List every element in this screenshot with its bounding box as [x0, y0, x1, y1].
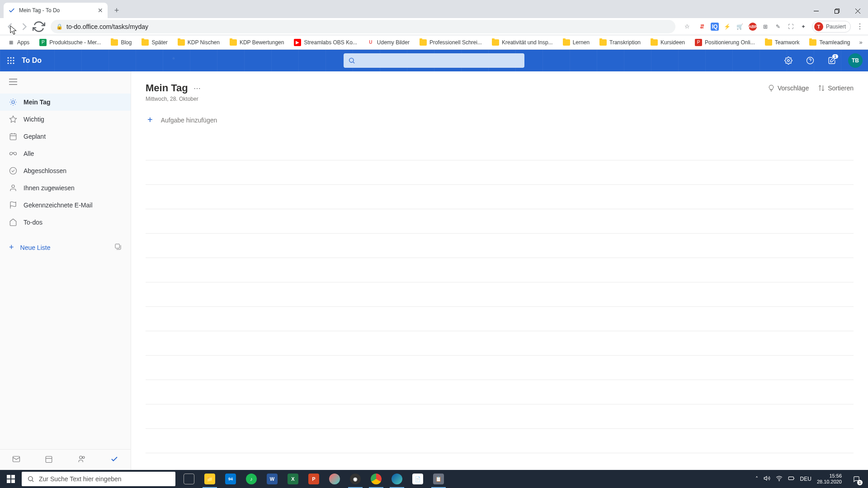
sidebar-item-important[interactable]: Wichtig	[0, 111, 131, 128]
taskbar-search[interactable]: Zur Suche Text hier eingeben	[22, 472, 175, 486]
new-tab-button[interactable]: +	[110, 4, 123, 17]
volume-icon[interactable]	[764, 475, 770, 483]
bookmark-item[interactable]: KDP Bewertungen	[226, 38, 288, 47]
address-bar[interactable]: 🔒	[51, 20, 675, 33]
taskbar-obs[interactable]: ◉	[345, 470, 365, 488]
taskbar-app[interactable]: 📋	[429, 470, 448, 488]
bookmark-item[interactable]: Teamleading	[806, 38, 854, 47]
new-group-icon[interactable]	[114, 243, 122, 252]
back-button[interactable]	[4, 20, 16, 33]
svg-point-35	[10, 168, 17, 174]
bookmark-item[interactable]: UUdemy Bilder	[363, 37, 413, 48]
site-icon: P	[39, 39, 47, 46]
chrome-menu-button[interactable]: ⋮	[855, 22, 864, 31]
suggestions-button[interactable]: Vorschläge	[768, 84, 809, 92]
sort-button[interactable]: Sortieren	[818, 84, 854, 92]
battery-icon[interactable]	[788, 475, 795, 483]
bookmarks-bar: ▦Apps PProduktsuche - Mer... Blog Später…	[0, 35, 868, 50]
bookmark-item[interactable]: Lernen	[559, 38, 593, 47]
profile-button[interactable]: TB	[848, 53, 863, 68]
taskbar-chrome[interactable]	[366, 470, 386, 488]
task-row	[146, 356, 854, 380]
sidebar-item-myday[interactable]: Mein Tag	[0, 94, 131, 111]
people-icon[interactable]	[78, 455, 86, 465]
taskbar-mail[interactable]: 94	[221, 470, 241, 488]
extensions-menu-icon[interactable]: ✦	[799, 23, 807, 31]
sidebar-item-completed[interactable]: Abgeschlossen	[0, 162, 131, 179]
notifications-button[interactable]: 1	[821, 50, 843, 71]
sidebar-item-assigned[interactable]: Ihnen zugewiesen	[0, 179, 131, 197]
taskbar-edge[interactable]	[387, 470, 407, 488]
taskbar-excel[interactable]: X	[283, 470, 303, 488]
taskbar-spotify[interactable]: ♪	[241, 470, 261, 488]
bookmark-item[interactable]: KDP Nischen	[174, 38, 223, 47]
taskbar-app[interactable]	[325, 470, 344, 488]
taskbar-word[interactable]: W	[262, 470, 282, 488]
bookmark-item[interactable]: ▶Streamlabs OBS Ko...	[290, 37, 360, 48]
home-icon	[9, 218, 17, 226]
calendar-footer-icon[interactable]	[45, 455, 53, 465]
app-search[interactable]	[344, 53, 524, 68]
more-options-button[interactable]: ⋯	[193, 84, 202, 93]
todo-footer-icon[interactable]	[110, 455, 118, 465]
task-view-button[interactable]	[179, 470, 199, 488]
star-bookmark-icon[interactable]: ☆	[681, 20, 693, 33]
extension-icon[interactable]: ⊞	[761, 23, 769, 31]
bookmark-item[interactable]: Kursideen	[647, 38, 689, 47]
taskbar-clock[interactable]: 15:56 28.10.2020	[817, 473, 842, 485]
task-row	[146, 380, 854, 404]
close-window-button[interactable]	[847, 4, 868, 18]
app-launcher-button[interactable]	[0, 50, 22, 71]
browser-tab[interactable]: Mein Tag - To Do ✕	[4, 3, 108, 18]
mail-icon[interactable]	[12, 455, 20, 465]
language-indicator[interactable]: DEU	[800, 476, 811, 482]
bookmark-item[interactable]: PPositionierung Onli...	[691, 37, 759, 48]
extension-icon[interactable]: 🛒	[736, 23, 744, 31]
bookmarks-overflow-icon[interactable]: »	[857, 39, 865, 46]
bookmark-item[interactable]: Professionell Schrei...	[416, 38, 486, 47]
abp-extension-icon[interactable]: ABP	[749, 23, 757, 31]
extension-icon[interactable]: ⚡	[723, 23, 731, 31]
taskbar-notepad[interactable]: 📄	[408, 470, 428, 488]
settings-button[interactable]	[778, 50, 799, 71]
start-button[interactable]	[0, 470, 22, 488]
bookmark-item[interactable]: Teamwork	[761, 38, 803, 47]
profile-chip[interactable]: T Pausiert	[812, 21, 851, 33]
search-input[interactable]	[359, 57, 520, 64]
bookmark-item[interactable]: Später	[138, 38, 171, 47]
extension-icon[interactable]: ⇵	[698, 23, 706, 31]
new-list-button[interactable]: + Neue Liste	[0, 238, 131, 257]
minimize-button[interactable]	[806, 4, 826, 18]
sidebar-toggle-button[interactable]	[0, 71, 131, 90]
bookmark-item[interactable]: Blog	[107, 38, 135, 47]
reload-button[interactable]	[33, 20, 45, 33]
taskbar-powerpoint[interactable]: P	[304, 470, 324, 488]
url-input[interactable]	[66, 23, 670, 30]
sidebar-item-label: Wichtig	[24, 116, 44, 123]
action-center-button[interactable]: 1	[847, 470, 865, 488]
bookmark-apps[interactable]: ▦Apps	[4, 37, 33, 48]
help-button[interactable]	[799, 50, 821, 71]
bookmark-item[interactable]: PProduktsuche - Mer...	[36, 37, 104, 48]
extension-icon[interactable]: ✎	[774, 23, 782, 31]
tray-chevron-icon[interactable]: ˄	[755, 476, 758, 482]
extension-icon[interactable]: ⛶	[787, 23, 795, 31]
maximize-button[interactable]	[826, 4, 847, 18]
svg-rect-44	[7, 475, 10, 479]
add-task-input[interactable]: + Aufgabe hinzufügen	[146, 108, 854, 131]
extension-icon[interactable]: IQ	[711, 23, 719, 31]
close-tab-icon[interactable]: ✕	[98, 7, 103, 14]
sidebar-item-planned[interactable]: Geplant	[0, 128, 131, 145]
forward-button[interactable]	[18, 20, 31, 33]
taskbar-explorer[interactable]: 📁	[200, 470, 220, 488]
bookmark-item[interactable]: Kreativität und Insp...	[488, 38, 557, 47]
task-row	[146, 453, 854, 470]
wifi-icon[interactable]	[776, 475, 783, 483]
sidebar-item-all[interactable]: Alle	[0, 145, 131, 162]
svg-point-51	[778, 480, 779, 481]
sidebar-item-todos[interactable]: To-dos	[0, 214, 131, 231]
bookmark-item[interactable]: Transkription	[596, 38, 644, 47]
svg-line-24	[11, 100, 11, 100]
sidebar-item-flagged[interactable]: Gekennzeichnete E-Mail	[0, 197, 131, 214]
app-body: Mein Tag Wichtig Geplant Alle Abgeschlos…	[0, 71, 868, 470]
